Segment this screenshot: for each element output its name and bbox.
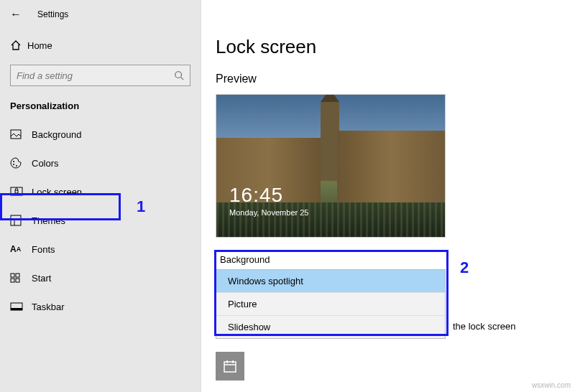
dropdown-option-slideshow[interactable]: Slideshow bbox=[216, 315, 445, 338]
page-title: Lock screen bbox=[216, 36, 575, 58]
dropdown-option-picture[interactable]: Picture bbox=[216, 292, 445, 315]
section-heading: Personalization bbox=[0, 86, 201, 120]
search-icon bbox=[174, 70, 184, 80]
fonts-icon: AA bbox=[10, 244, 32, 254]
calendar-icon bbox=[223, 359, 237, 373]
background-dropdown[interactable]: Windows spotlight Picture Slideshow bbox=[216, 269, 446, 339]
start-icon bbox=[10, 273, 32, 283]
sidebar-label: Background bbox=[32, 129, 81, 140]
svg-point-4 bbox=[13, 164, 14, 165]
search-box[interactable] bbox=[10, 65, 190, 86]
svg-rect-14 bbox=[11, 308, 22, 310]
svg-rect-9 bbox=[11, 274, 14, 277]
picture-icon bbox=[10, 129, 32, 139]
themes-icon bbox=[10, 215, 32, 226]
sidebar-item-background[interactable]: Background bbox=[0, 120, 201, 149]
dropdown-option-spotlight[interactable]: Windows spotlight bbox=[216, 270, 445, 292]
title-bar: ← Settings bbox=[0, 0, 201, 29]
svg-rect-15 bbox=[224, 362, 236, 372]
preview-clock: 16:45 Monday, November 25 bbox=[229, 184, 308, 217]
sidebar-label: Themes bbox=[32, 215, 65, 226]
hint-text-fragment: the lock screen bbox=[453, 321, 515, 332]
annotation-number-1: 1 bbox=[137, 197, 145, 216]
preview-buildings-right bbox=[337, 131, 445, 202]
preview-time: 16:45 bbox=[229, 184, 308, 207]
search-input[interactable] bbox=[17, 70, 174, 81]
svg-rect-11 bbox=[11, 279, 14, 282]
back-arrow-icon[interactable]: ← bbox=[10, 8, 22, 21]
settings-sidebar: ← Settings Home Personalization Backgrou… bbox=[0, 0, 201, 392]
sidebar-item-colors[interactable]: Colors bbox=[0, 149, 201, 177]
home-label: Home bbox=[27, 40, 52, 51]
sidebar-item-taskbar[interactable]: Taskbar bbox=[0, 292, 201, 321]
svg-point-5 bbox=[16, 165, 17, 167]
sidebar-label: Taskbar bbox=[32, 302, 65, 312]
svg-point-0 bbox=[175, 72, 182, 78]
preview-date: Monday, November 25 bbox=[229, 208, 308, 217]
sidebar-label: Lock screen bbox=[32, 187, 82, 197]
window-title: Settings bbox=[37, 9, 68, 19]
taskbar-icon bbox=[10, 302, 32, 311]
sidebar-label: Start bbox=[32, 273, 51, 284]
background-label: Background bbox=[216, 251, 446, 269]
palette-icon bbox=[10, 157, 32, 169]
lock-screen-preview: 16:45 Monday, November 25 bbox=[216, 94, 446, 238]
home-icon bbox=[10, 39, 27, 51]
calendar-app-tile[interactable] bbox=[216, 352, 244, 381]
sidebar-item-fonts[interactable]: AA Fonts bbox=[0, 235, 201, 263]
background-section: Background Windows spotlight Picture Sli… bbox=[216, 251, 446, 339]
sidebar-item-themes[interactable]: Themes bbox=[0, 206, 201, 235]
svg-rect-2 bbox=[11, 130, 21, 139]
sidebar-item-start[interactable]: Start bbox=[0, 263, 201, 292]
watermark: wsxwin.com bbox=[532, 381, 571, 389]
sidebar-label: Colors bbox=[32, 158, 59, 169]
svg-line-1 bbox=[181, 78, 184, 80]
sidebar-label: Fonts bbox=[32, 244, 55, 255]
svg-rect-6 bbox=[11, 187, 22, 195]
annotation-number-2: 2 bbox=[460, 258, 469, 277]
lock-screen-icon bbox=[10, 187, 32, 197]
sidebar-item-lock-screen[interactable]: Lock screen bbox=[0, 177, 201, 206]
svg-rect-7 bbox=[15, 190, 18, 193]
preview-heading: Preview bbox=[216, 73, 575, 85]
svg-rect-8 bbox=[11, 215, 21, 225]
svg-rect-12 bbox=[16, 279, 19, 282]
sidebar-item-home[interactable]: Home bbox=[0, 33, 201, 57]
svg-point-3 bbox=[13, 161, 14, 162]
svg-rect-10 bbox=[16, 274, 19, 277]
